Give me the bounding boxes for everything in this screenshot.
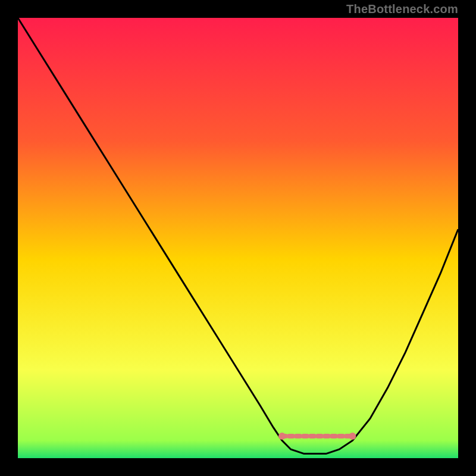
- optimal-range-end-marker: [349, 433, 356, 440]
- curve-layer: [18, 18, 458, 458]
- watermark-text: TheBottleneck.com: [346, 2, 458, 16]
- chart-frame: TheBottleneck.com: [0, 0, 476, 476]
- bottleneck-curve: [18, 18, 458, 454]
- plot-area: [18, 18, 458, 458]
- optimal-range-start-marker: [278, 433, 286, 440]
